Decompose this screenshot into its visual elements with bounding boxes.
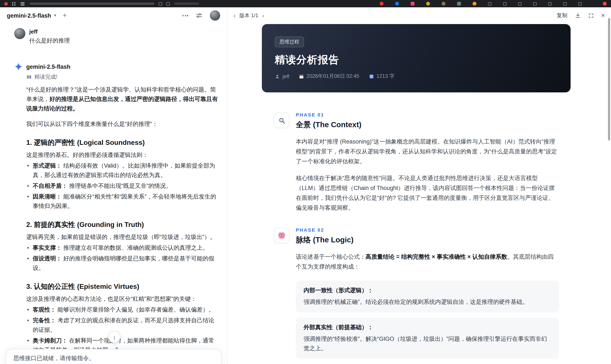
list-item: 客观性： 能够识别并尽量排除个人偏见（如幸存者偏差、确认偏差）。: [26, 305, 218, 315]
section-intro-2: 逻辑再完美，如果前提是错误的，推理也是垃圾（即“垃圾进，垃圾出”）。: [26, 233, 218, 242]
search-pill[interactable]: [174, 3, 199, 5]
mail-icon[interactable]: [533, 2, 537, 5]
meta-word-count: 1213 字: [369, 73, 395, 80]
extension-icon[interactable]: [473, 2, 477, 6]
clock-icon: [578, 2, 582, 5]
phase-title: 全景 (The Context): [296, 119, 571, 130]
list-item: 事实支撑： 推理建立在可靠的数据、准确的观测或公认的真理之上。: [26, 243, 218, 253]
user-avatar: [14, 28, 25, 39]
battery-icon: [563, 2, 567, 5]
app-grid-icon[interactable]: [12, 2, 15, 5]
new-chat-button[interactable]: +: [63, 12, 67, 19]
extension-icon[interactable]: [457, 2, 461, 6]
list-item: 假设透明： 好的推理会明确指明哪些是已知事实，哪些是基于可能的假设。: [26, 254, 218, 273]
list-item: 不自相矛盾： 推理链条中不能出现“既是又非”的情况。: [26, 181, 218, 191]
section-intro-1: 这是推理的基石。好的推理必须遵循逻辑法则：: [26, 150, 218, 160]
extension-icon[interactable]: [380, 2, 384, 6]
report-hero: 思维过程 精读分析报告 jeff: [262, 24, 571, 92]
magnifier-icon: [278, 117, 285, 124]
scrollbar-thumb[interactable]: [608, 18, 610, 141]
reading-status-text: 精读完成!: [34, 74, 57, 81]
bullet-list: 客观性： 能够识别并尽量排除个人偏见（如幸存者偏差、确认偏差）。 完备性： 考虑…: [26, 305, 218, 355]
reading-status: 精读完成!: [26, 74, 218, 81]
assistant-name: gemini-2.5-flash: [26, 63, 70, 70]
dimension-card: 外部真实性（前提基础）： 强调推理的“经验校准”。解决“GIGO（垃圾进，垃圾出…: [296, 318, 559, 359]
chat-header: gemini-2.5-flash ▾ +: [0, 7, 227, 24]
menu-icon[interactable]: [21, 3, 25, 4]
app-window: gemini-2.5-flash ▾ + jeff: [0, 7, 611, 364]
phase-label: PHASE 02: [296, 227, 571, 233]
message-composer[interactable]: 思维接口已就绪，请传输指令。 +: [6, 349, 221, 364]
window-close-icon[interactable]: [4, 2, 8, 5]
scroll-to-bottom-button[interactable]: ↓: [108, 331, 120, 343]
phase-section-1: PHASE 01 全景 (The Context) 本内容是对“推理 (Reas…: [262, 112, 571, 213]
extension-tray: [380, 2, 607, 6]
puzzle-icon[interactable]: [488, 2, 491, 5]
extension-icon[interactable]: [426, 2, 430, 6]
meta-author: jeff: [275, 73, 289, 79]
browser-top-bar: [0, 0, 611, 7]
composer-status-text[interactable]: 思维接口已就绪，请传输指令。: [13, 354, 214, 362]
person-icon: [275, 74, 280, 79]
dimension-card: 内部一致性（形式逻辑）： 强调推理的“机械正确”。结论必须在给定的规则系统内逻辑…: [296, 281, 559, 312]
extension-icon[interactable]: [395, 2, 399, 6]
share-icon[interactable]: [159, 2, 162, 5]
copy-button[interactable]: 复制: [557, 12, 567, 19]
chat-panel: gemini-2.5-flash ▾ + jeff: [0, 7, 227, 364]
tab-title-placeholder[interactable]: [30, 3, 154, 5]
report-title: 精读分析报告: [275, 53, 558, 67]
screen: gemini-2.5-flash ▾ + jeff: [0, 0, 611, 364]
arrow-down-icon: ↓: [113, 334, 116, 340]
chat-scroll-area[interactable]: jeff 什么是好的推理 gemini-2.5-flash: [0, 28, 227, 364]
list-item: 完备性： 考虑了对立的观点和潜在的反证，而不是只选择支持自己结论的证据。: [26, 316, 218, 335]
phase-title: 脉络 (The Logic): [296, 235, 571, 245]
report-meta: jeff 2026年01月08日 02:45: [275, 73, 558, 80]
section-heading-3: 3. 认知的公正性 (Epistemic Virtues): [26, 282, 218, 291]
previous-version-icon[interactable]: ‹: [233, 13, 235, 18]
section-heading-1: 1. 逻辑的严密性 (Logical Soundness): [26, 138, 218, 147]
formula-paragraph: 该论述基于一个核心公式：高质量结论 = 结构完整性 × 事实准确性 × 认知自律…: [296, 252, 559, 272]
user-message-text: 什么是好的推理: [29, 37, 70, 45]
artifact-toolbar: ‹ 版本 1/1 › 复制 ×: [227, 7, 611, 24]
phase1-icon-tile: [274, 113, 289, 128]
extension-icon[interactable]: [411, 2, 414, 6]
list-item: 形式逻辑： 结构必须有效（Valid）。比如演绎推理中，如果前提全部为真，那么通…: [26, 161, 218, 180]
assistant-message-header: gemini-2.5-flash: [14, 62, 218, 71]
user-name: jeff: [29, 28, 70, 35]
counter-grid-icon: [369, 74, 374, 79]
user-avatar[interactable]: [210, 10, 220, 21]
next-version-icon[interactable]: ›: [262, 13, 264, 18]
bullet-list: 事实支撑： 推理建立在可靠的数据、准确的观测或公认的真理之上。 假设透明： 好的…: [26, 243, 218, 273]
section-intro-3: 这涉及推理者的心态和方法论，也是区分“杠精”和“思想家”的关键：: [26, 294, 218, 304]
list-item: 因果清晰： 能准确区分“相关性”和“因果关系”，不会轻率地将先后发生的事情归为因…: [26, 192, 218, 211]
copy-page-icon[interactable]: [166, 2, 170, 5]
phase-section-2: PHASE 02 脉络 (The Logic) 该论述基于一个核心公式：高质量结…: [262, 227, 571, 364]
close-icon[interactable]: ×: [601, 12, 605, 19]
bullet-list: 形式逻辑： 结构必须有效（Valid）。比如演绎推理中，如果前提全部为真，那么通…: [26, 161, 218, 211]
settings-sliders-icon[interactable]: [196, 12, 202, 19]
phase-paragraph: 核心情境在于解决“思考的随意性”问题。不论是人类通过批判性思维进行决策，还是大语…: [296, 173, 559, 213]
artifact-panel: ‹ 版本 1/1 › 复制 × 思维过程: [227, 7, 611, 364]
calendar-icon: [299, 74, 304, 79]
phase-paragraph: 本内容是对“推理 (Reasoning)”这一抽象概念的高层建模。在知识爆炸与人…: [296, 137, 559, 166]
phase-label: PHASE 01: [296, 112, 571, 117]
brain-icon: [278, 232, 286, 239]
gear-icon[interactable]: [503, 2, 506, 5]
recording-indicator-icon[interactable]: [603, 2, 607, 6]
lead-paragraph: 我们可以从以下四个维度来衡量什么是“好的推理”：: [26, 119, 218, 129]
gemini-star-icon: [14, 62, 23, 71]
window-icon[interactable]: [518, 2, 522, 5]
chevron-down-icon[interactable]: ▾: [54, 13, 56, 18]
meta-date: 2026年01月08日 02:45: [299, 73, 359, 80]
display-icon[interactable]: [548, 2, 552, 5]
more-options-icon[interactable]: [182, 15, 188, 16]
section-heading-2: 2. 前提的真实性 (Grounding in Truth): [26, 220, 218, 229]
model-selector[interactable]: gemini-2.5-flash: [7, 12, 51, 19]
book-icon: [26, 74, 32, 80]
extension-icon[interactable]: [442, 2, 445, 6]
phase2-icon-tile: [274, 228, 289, 243]
download-icon[interactable]: [575, 13, 581, 18]
user-message: jeff 什么是好的推理: [14, 28, 218, 45]
intro-paragraph: “什么是好的推理？”这是一个涉及逻辑学、认知科学和哲学核心的问题。简单来说，好的…: [26, 85, 218, 114]
expand-fullscreen-icon[interactable]: [588, 13, 594, 18]
